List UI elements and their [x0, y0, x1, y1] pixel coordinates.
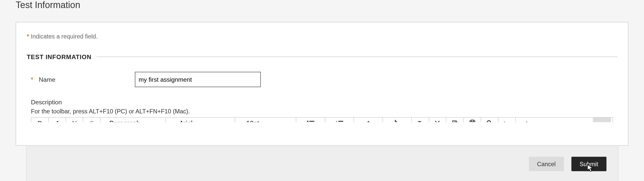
font-dropdown[interactable]: Arial	[166, 118, 235, 122]
fill-color-button[interactable]	[383, 118, 412, 122]
redo-icon	[520, 120, 529, 122]
svg-text:T: T	[417, 120, 421, 122]
paste-icon	[469, 120, 475, 122]
find-button[interactable]	[481, 118, 498, 122]
font-dropdown-label: Arial	[179, 120, 193, 122]
required-field-note: * Indicates a required field.	[27, 33, 617, 40]
chevron-down-icon	[280, 121, 285, 122]
fill-color-icon	[393, 120, 401, 122]
required-field-note-text: Indicates a required field.	[31, 33, 98, 40]
section-divider	[96, 57, 617, 57]
unordered-list-button[interactable]	[296, 118, 325, 122]
svg-point-0	[307, 121, 308, 122]
submit-button[interactable]: Submit	[571, 157, 607, 171]
ordered-list-button[interactable]: 123	[325, 118, 354, 122]
section-header: TEST INFORMATION	[27, 53, 617, 60]
name-label: Name	[39, 76, 55, 83]
find-icon	[486, 120, 493, 122]
clear-formatting-icon: T	[417, 120, 424, 122]
font-size-dropdown[interactable]: 10pt	[235, 118, 296, 122]
chevron-down-icon	[216, 121, 221, 122]
strike-button[interactable]: S	[83, 118, 101, 122]
unordered-list-icon	[307, 120, 314, 122]
rte-toolbar: B I U S Paragraph Arial 10pt 123	[31, 117, 613, 122]
italic-button[interactable]: I	[49, 118, 66, 122]
test-information-panel: * Indicates a required field. TEST INFOR…	[16, 22, 628, 146]
ordered-list-icon: 123	[336, 120, 343, 122]
paragraph-dropdown-label: Paragraph	[109, 120, 140, 122]
section-title: TEST INFORMATION	[27, 53, 97, 60]
cut-button[interactable]	[429, 118, 447, 122]
text-color-icon: A	[365, 120, 372, 122]
svg-point-24	[487, 121, 491, 122]
paste-button[interactable]	[464, 118, 481, 122]
redo-button[interactable]	[516, 118, 533, 122]
page-title: Test Information	[0, 1, 644, 10]
svg-text:A: A	[366, 120, 371, 122]
description-label: Description	[31, 99, 617, 106]
underline-button[interactable]: U	[66, 118, 83, 122]
undo-icon	[503, 120, 511, 122]
name-label-cell: * Name	[31, 76, 135, 83]
svg-rect-1	[309, 121, 314, 122]
submit-button-label: Submit	[580, 161, 598, 167]
svg-rect-7	[338, 121, 343, 122]
copy-button[interactable]	[446, 118, 464, 122]
cancel-button[interactable]: Cancel	[529, 157, 564, 171]
text-color-button[interactable]: A	[354, 118, 383, 122]
svg-rect-23	[471, 120, 473, 122]
name-row: * Name	[27, 72, 617, 87]
undo-button[interactable]	[498, 118, 516, 122]
toolbar-hint: For the toolbar, press ALT+F10 (PC) or A…	[31, 108, 617, 115]
form-footer: Cancel Submit	[26, 147, 618, 181]
svg-text:1: 1	[336, 120, 337, 122]
chevron-down-icon	[152, 121, 157, 122]
toolbar-toggle-button[interactable]	[593, 117, 611, 122]
cut-icon	[434, 120, 441, 122]
description-block: Description For the toolbar, press ALT+F…	[27, 99, 617, 115]
clear-formatting-button[interactable]: T	[412, 118, 429, 122]
font-size-dropdown-label: 10pt	[246, 120, 259, 122]
required-star-icon: *	[27, 33, 29, 40]
required-star-icon: *	[31, 77, 33, 82]
paragraph-dropdown[interactable]: Paragraph	[101, 118, 166, 122]
copy-icon	[452, 120, 458, 122]
bold-button[interactable]: B	[31, 118, 49, 122]
name-input[interactable]	[135, 72, 261, 87]
